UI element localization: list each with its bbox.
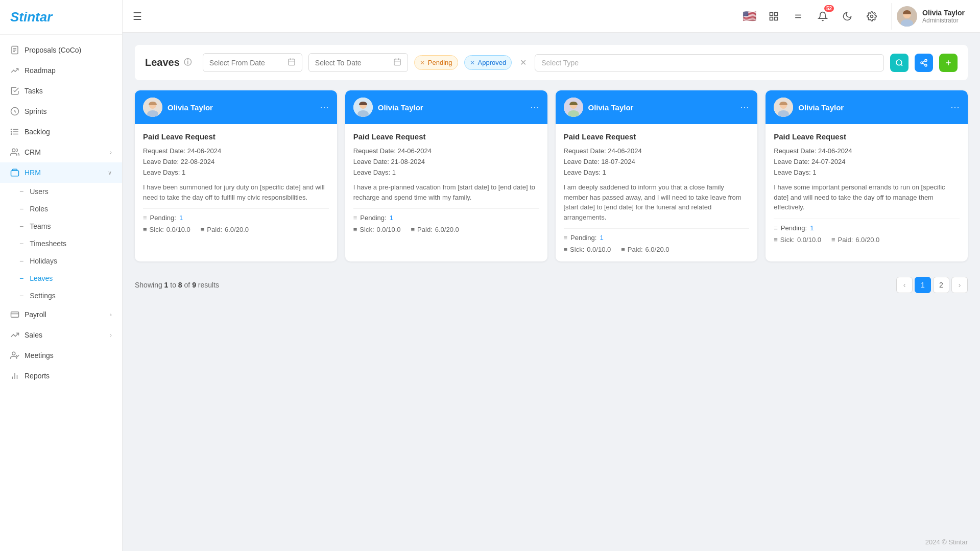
apps-grid-button[interactable]: [764, 7, 783, 26]
pending-filter-tag[interactable]: ✕ Pending: [414, 55, 458, 70]
app-header: ☰ 🇺🇸 52: [123, 0, 980, 33]
sidebar-item-meetings[interactable]: Meetings: [0, 345, 122, 366]
sidebar-item-hrm[interactable]: HRM ∨: [0, 162, 122, 183]
card-leave-type: Paid Leave Request: [774, 132, 960, 141]
info-icon[interactable]: ⓘ: [184, 58, 192, 67]
card-menu-button[interactable]: ⋯: [320, 102, 329, 113]
chevron-right-icon: ›: [110, 312, 112, 318]
prev-page-button[interactable]: ‹: [896, 277, 913, 293]
sidebar-item-reports[interactable]: Reports: [0, 366, 122, 386]
calendar-icon[interactable]: [393, 58, 401, 67]
sidebar-item-crm[interactable]: CRM ›: [0, 142, 122, 162]
notifications-button[interactable]: 52: [814, 7, 832, 26]
user-profile[interactable]: Olivia Taylor Administrator: [891, 3, 970, 30]
list-icon: ≡: [774, 224, 778, 232]
sidebar-item-backlog[interactable]: Backlog: [0, 122, 122, 142]
card-user-name: Olivia Taylor: [168, 103, 315, 112]
card-menu-button[interactable]: ⋯: [740, 102, 749, 113]
share-action-button[interactable]: [915, 54, 933, 72]
svg-rect-22: [770, 17, 773, 20]
leave-card: Olivia Taylor ⋯ Paid Leave Request Reque…: [135, 90, 337, 261]
dash-icon: −: [19, 239, 23, 248]
sidebar-item-sales[interactable]: Sales ›: [0, 325, 122, 345]
svg-point-40: [925, 59, 927, 61]
stat-pending: ≡ Pending: 1: [353, 214, 539, 222]
sidebar-sub-roles[interactable]: − Roles: [0, 200, 122, 218]
sidebar-item-label: Proposals (CoCo): [25, 46, 81, 54]
card-leave-date: Leave Date: 18-07-2024: [564, 158, 750, 165]
page-2-button[interactable]: 2: [933, 277, 949, 293]
dark-mode-toggle[interactable]: [838, 7, 856, 26]
sidebar-item-label: CRM: [25, 148, 41, 156]
remove-approved-icon[interactable]: ✕: [470, 59, 475, 66]
sidebar-sub-settings[interactable]: − Settings: [0, 287, 122, 304]
card-leave-days: Leave Days: 1: [774, 169, 960, 176]
sidebar-sub-timesheets[interactable]: − Timesheets: [0, 235, 122, 252]
sidebar-sub-holidays[interactable]: − Holidays: [0, 252, 122, 270]
card-request-date: Request Date: 24-06-2024: [143, 147, 329, 155]
card-menu-button[interactable]: ⋯: [530, 102, 539, 113]
dash-icon: −: [19, 205, 23, 213]
card-user-name: Olivia Taylor: [378, 103, 525, 112]
add-action-button[interactable]: [939, 54, 958, 72]
sidebar-item-proposals[interactable]: Proposals (CoCo): [0, 40, 122, 60]
page-title: Leaves ⓘ: [145, 57, 192, 68]
approved-tag-label: Approved: [478, 59, 507, 66]
list-icon: ≡: [621, 246, 625, 253]
sidebar-sub-label: Leaves: [30, 274, 53, 282]
calendar-icon[interactable]: [288, 58, 296, 67]
stat-pending: ≡ Pending: 1: [774, 224, 960, 232]
next-page-button[interactable]: ›: [951, 277, 968, 293]
card-header: Olivia Taylor ⋯: [135, 90, 337, 124]
card-leave-type: Paid Leave Request: [564, 132, 750, 141]
from-date-filter[interactable]: [203, 53, 302, 72]
card-body: Paid Leave Request Request Date: 24-06-2…: [556, 124, 758, 261]
list-icon: ≡: [564, 246, 568, 253]
sidebar-item-roadmap[interactable]: Roadmap: [0, 60, 122, 81]
to-date-input[interactable]: [315, 59, 389, 67]
card-leave-date: Leave Date: 22-08-2024: [143, 158, 329, 165]
sidebar-item-tasks[interactable]: Tasks: [0, 81, 122, 101]
card-menu-button[interactable]: ⋯: [950, 102, 960, 113]
card-leave-type: Paid Leave Request: [143, 132, 329, 141]
sidebar-sub-leaves[interactable]: − Leaves: [0, 270, 122, 287]
sidebar-sub-users[interactable]: − Users: [0, 183, 122, 200]
sidebar-sub-label: Timesheets: [30, 239, 66, 248]
page-1-button[interactable]: 1: [915, 277, 931, 293]
remove-all-filters-button[interactable]: ✕: [518, 58, 529, 67]
card-header: Olivia Taylor ⋯: [345, 90, 547, 124]
svg-rect-30: [289, 59, 295, 65]
menu-toggle[interactable]: ☰: [133, 10, 142, 22]
card-leave-days: Leave Days: 1: [143, 169, 329, 176]
approved-filter-tag[interactable]: ✕ Approved: [464, 55, 512, 70]
sidebar-sub-teams[interactable]: − Teams: [0, 218, 122, 235]
sidebar-sub-label: Settings: [30, 292, 56, 300]
remove-pending-icon[interactable]: ✕: [420, 59, 425, 66]
drag-handle-button[interactable]: [789, 7, 807, 26]
sidebar-item-label: Sales: [25, 331, 42, 339]
leave-card: Olivia Taylor ⋯ Paid Leave Request Reque…: [766, 90, 968, 261]
card-request-date: Request Date: 24-06-2024: [564, 147, 750, 155]
language-selector[interactable]: 🇺🇸: [740, 7, 758, 26]
doc-icon: [10, 45, 19, 55]
stat-pair: ≡ Sick: 0.0/10.0 ≡ Paid: 6.0/20.0: [143, 226, 329, 233]
filter-action-button[interactable]: [890, 54, 909, 72]
svg-point-13: [12, 149, 15, 152]
settings-button[interactable]: [863, 7, 881, 26]
card-avatar: [774, 98, 793, 117]
svg-rect-20: [770, 12, 773, 15]
card-description: I have some important personal errands t…: [774, 182, 960, 212]
leaves-grid: Olivia Taylor ⋯ Paid Leave Request Reque…: [135, 90, 968, 261]
page-header-bar: Leaves ⓘ ✕ Pending ✕ App: [135, 45, 968, 80]
type-select[interactable]: Select Type: [535, 54, 884, 71]
sales-icon: [10, 330, 19, 340]
card-user-name: Olivia Taylor: [588, 103, 735, 112]
card-leave-date: Leave Date: 24-07-2024: [774, 158, 960, 165]
sidebar-item-sprints[interactable]: Sprints: [0, 101, 122, 122]
sidebar-item-label: Payroll: [25, 310, 46, 319]
user-name: Olivia Taylor: [922, 9, 965, 17]
from-date-input[interactable]: [209, 59, 283, 67]
card-request-date: Request Date: 24-06-2024: [353, 147, 539, 155]
to-date-filter[interactable]: [308, 53, 408, 72]
sidebar-item-payroll[interactable]: Payroll ›: [0, 304, 122, 325]
